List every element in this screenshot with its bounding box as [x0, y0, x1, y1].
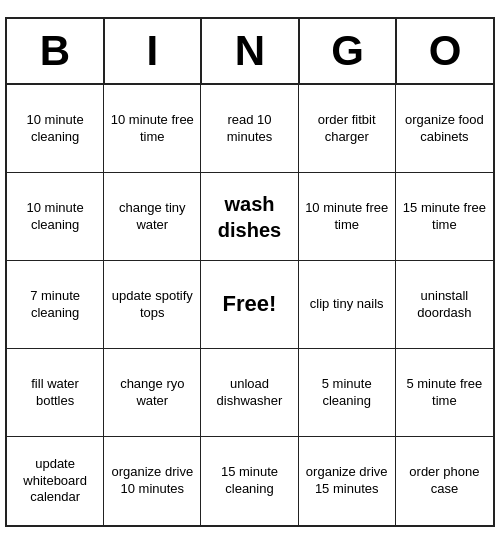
bingo-header: BINGO [7, 19, 493, 85]
bingo-cell: 15 minute free time [396, 173, 493, 261]
bingo-cell: clip tiny nails [299, 261, 396, 349]
bingo-cell: 10 minute cleaning [7, 85, 104, 173]
bingo-cell: order phone case [396, 437, 493, 525]
bingo-cell: 5 minute cleaning [299, 349, 396, 437]
bingo-cell: organize drive 15 minutes [299, 437, 396, 525]
bingo-cell: order fitbit charger [299, 85, 396, 173]
bingo-cell: update spotify tops [104, 261, 201, 349]
bingo-cell: change tiny water [104, 173, 201, 261]
header-letter: N [202, 19, 300, 85]
bingo-cell: wash dishes [201, 173, 298, 261]
header-letter: O [397, 19, 493, 85]
bingo-cell: 7 minute cleaning [7, 261, 104, 349]
bingo-grid: 10 minute cleaning10 minute free timerea… [7, 85, 493, 525]
bingo-cell: fill water bottles [7, 349, 104, 437]
bingo-cell: 10 minute cleaning [7, 173, 104, 261]
header-letter: B [7, 19, 105, 85]
bingo-cell: Free! [201, 261, 298, 349]
header-letter: G [300, 19, 398, 85]
bingo-cell: update whiteboard calendar [7, 437, 104, 525]
bingo-cell: organize food cabinets [396, 85, 493, 173]
bingo-cell: read 10 minutes [201, 85, 298, 173]
bingo-cell: 5 minute free time [396, 349, 493, 437]
bingo-cell: 15 minute cleaning [201, 437, 298, 525]
header-letter: I [105, 19, 203, 85]
bingo-cell: change ryo water [104, 349, 201, 437]
bingo-cell: unload dishwasher [201, 349, 298, 437]
bingo-cell: 10 minute free time [104, 85, 201, 173]
bingo-cell: uninstall doordash [396, 261, 493, 349]
bingo-cell: organize drive 10 minutes [104, 437, 201, 525]
bingo-card: BINGO 10 minute cleaning10 minute free t… [5, 17, 495, 527]
bingo-cell: 10 minute free time [299, 173, 396, 261]
